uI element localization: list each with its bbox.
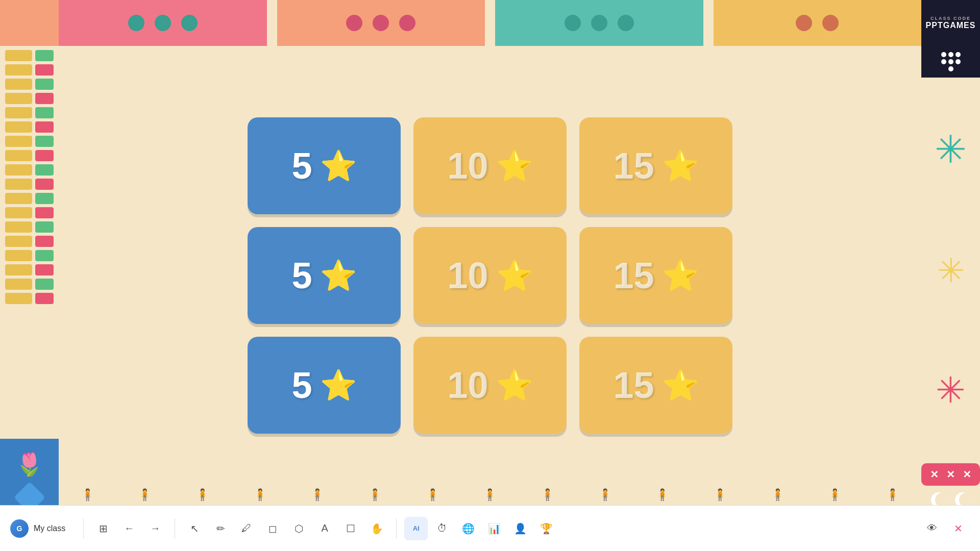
semi-circle-9: [618, 15, 634, 31]
ai-button[interactable]: AI: [404, 517, 428, 540]
brand-logo: G: [10, 519, 29, 538]
user-button[interactable]: 👤: [508, 517, 532, 540]
card-value-2: 10: [447, 145, 488, 187]
top-gap-3: [703, 0, 714, 46]
forward-button[interactable]: →: [143, 517, 167, 540]
divider-2: [175, 518, 175, 539]
card-15-gold-1[interactable]: 15 ⭐: [579, 117, 732, 214]
right-sidebar: class code PPTGAMES ✳ ✳ ✳ ✕ ✕ ✕ +: [921, 0, 980, 551]
figure-14: 🧍: [828, 488, 842, 502]
close-button[interactable]: ✕: [946, 517, 970, 540]
figure-10: 🧍: [598, 488, 612, 502]
semi-circle-3: [181, 15, 198, 31]
brand-name: My class: [34, 524, 65, 533]
highlight-button[interactable]: 🖊: [235, 517, 258, 540]
browser-button[interactable]: 🌐: [456, 517, 480, 540]
card-value-1: 5: [291, 145, 312, 187]
semi-circle-11: [822, 15, 839, 31]
x-symbol-2: ✕: [946, 468, 955, 481]
star-icon-1: ⭐: [320, 148, 357, 183]
chart-button[interactable]: 📊: [482, 517, 506, 540]
figure-4: 🧍: [253, 488, 267, 502]
figure-15: 🧍: [886, 488, 899, 502]
logo-dots: [941, 52, 961, 71]
eraser-button[interactable]: ◻: [261, 517, 284, 540]
top-seg-salmon: [277, 0, 485, 46]
figure-1: 🧍: [81, 488, 94, 502]
figure-12: 🧍: [713, 488, 727, 502]
card-value-7: 5: [291, 364, 312, 406]
card-15-gold-3[interactable]: 15 ⭐: [579, 337, 732, 434]
grid-button[interactable]: ⊞: [91, 517, 115, 540]
starburst-teal: ✳: [935, 131, 967, 169]
card-10-gold-3[interactable]: 10 ⭐: [413, 337, 567, 434]
top-gap-1: [267, 0, 277, 46]
pen-button[interactable]: ✏: [209, 517, 232, 540]
card-15-gold-2[interactable]: 15 ⭐: [579, 227, 732, 324]
divider-3: [396, 518, 397, 539]
top-seg-gold: [714, 0, 922, 46]
card-5-blue-2[interactable]: 5 ⭐: [248, 227, 401, 324]
logo-dots-box: [921, 46, 980, 78]
star-icon-4: ⭐: [320, 258, 357, 293]
top-seg-teal: [495, 0, 703, 46]
star-icon-8: ⭐: [496, 368, 533, 403]
figure-8: 🧍: [483, 488, 497, 502]
figure-3: 🧍: [195, 488, 209, 502]
star-icon-7: ⭐: [320, 368, 357, 403]
timer-button[interactable]: ⏱: [430, 517, 454, 540]
hide-button[interactable]: 👁: [920, 517, 944, 540]
card-value-3: 15: [613, 145, 654, 187]
semi-circle-4: [346, 15, 362, 31]
card-value-9: 15: [613, 364, 654, 406]
left-sidebar: 🌷 🌸: [0, 0, 59, 551]
sidebar-footer: [0, 0, 59, 46]
pointer-button[interactable]: ↖: [183, 517, 206, 540]
figure-2: 🧍: [138, 488, 152, 502]
figure-9: 🧍: [541, 488, 554, 502]
star-icon-9: ⭐: [662, 368, 699, 403]
semi-circle-2: [155, 15, 171, 31]
x-symbol-1: ✕: [930, 468, 939, 481]
card-value-5: 10: [447, 255, 488, 296]
semi-circle-5: [373, 15, 389, 31]
sidebar-stripes: [0, 46, 59, 439]
card-grid: 5 ⭐ 10 ⭐ 15 ⭐ 5 ⭐ 10 ⭐ 15 ⭐ 5 ⭐ 10: [248, 117, 732, 434]
main-area: 5 ⭐ 10 ⭐ 15 ⭐ 5 ⭐ 10 ⭐ 15 ⭐ 5 ⭐ 10: [59, 46, 921, 505]
top-gap-2: [485, 0, 495, 46]
figure-6: 🧍: [368, 488, 382, 502]
top-decoration-bar: [59, 0, 921, 46]
figure-13: 🧍: [771, 488, 785, 502]
app-logo: class code PPTGAMES: [921, 0, 980, 46]
back-button[interactable]: ←: [117, 517, 141, 540]
figure-5: 🧍: [310, 488, 324, 502]
semi-circle-1: [128, 15, 144, 31]
divider-1: [83, 518, 84, 539]
bottom-deco-bar: 🧍 🧍 🧍 🧍 🧍 🧍 🧍 🧍 🧍 🧍 🧍 🧍 🧍 🧍 🧍: [59, 485, 921, 505]
star-icon-6: ⭐: [662, 258, 699, 293]
semi-circle-10: [796, 15, 812, 31]
card-5-blue-3[interactable]: 5 ⭐: [248, 337, 401, 434]
bottom-toolbar: G My class ⊞ ← → ↖ ✏ 🖊 ◻ ⬡ A ☐ ✋ AI ⏱ 🌐 …: [0, 505, 980, 551]
trophy-button[interactable]: 🏆: [534, 517, 558, 540]
card-10-gold-2[interactable]: 10 ⭐: [413, 227, 567, 324]
semi-circle-7: [565, 15, 581, 31]
semi-circle-6: [399, 15, 415, 31]
card-10-gold-1[interactable]: 10 ⭐: [413, 117, 567, 214]
top-seg-pink: [59, 0, 267, 46]
starburst-pink: ✳: [936, 372, 966, 408]
star-icon-3: ⭐: [662, 148, 699, 183]
card-5-blue-1[interactable]: 5 ⭐: [248, 117, 401, 214]
pptgames-label: PPTGAMES: [926, 21, 976, 30]
card-value-4: 5: [291, 255, 312, 296]
shape-button[interactable]: ⬡: [287, 517, 310, 540]
x-panel: ✕ ✕ ✕: [921, 463, 980, 486]
figure-7: 🧍: [426, 488, 439, 502]
card-value-8: 10: [447, 364, 488, 406]
toolbar-brand: G My class: [10, 519, 65, 538]
x-symbol-3: ✕: [963, 468, 971, 481]
frame-button[interactable]: ☐: [339, 517, 362, 540]
text-button[interactable]: A: [313, 517, 336, 540]
starburst-yellow: ✳: [937, 254, 965, 287]
hand-button[interactable]: ✋: [365, 517, 388, 540]
